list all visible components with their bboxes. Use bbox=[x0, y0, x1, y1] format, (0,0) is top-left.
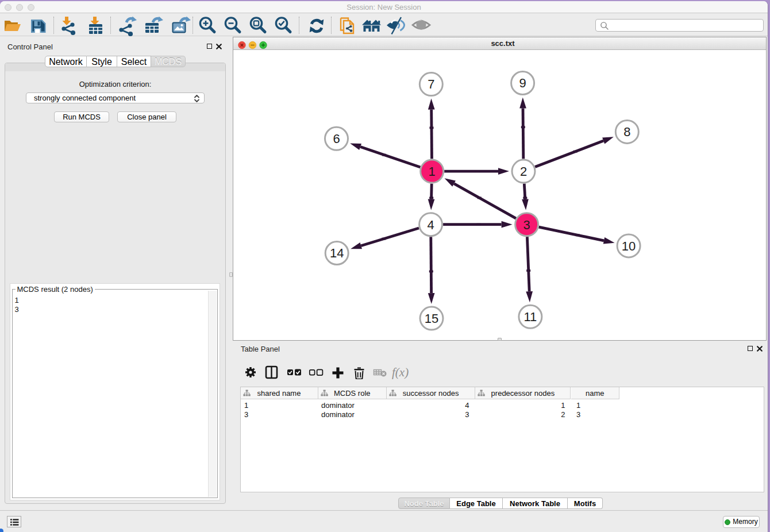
svg-text:7: 7 bbox=[428, 77, 434, 91]
svg-text:4: 4 bbox=[427, 218, 434, 232]
svg-text:8: 8 bbox=[623, 125, 630, 139]
svg-text:11: 11 bbox=[523, 310, 537, 324]
svg-text:15: 15 bbox=[425, 311, 438, 326]
svg-text:1: 1 bbox=[429, 164, 436, 179]
svg-text:6: 6 bbox=[333, 132, 340, 146]
svg-text:2: 2 bbox=[520, 164, 527, 179]
svg-text:9: 9 bbox=[519, 76, 526, 90]
svg-text:10: 10 bbox=[622, 239, 636, 253]
svg-text:14: 14 bbox=[330, 246, 344, 260]
svg-text:f(x): f(x) bbox=[392, 365, 409, 379]
svg-text:3: 3 bbox=[523, 218, 530, 232]
